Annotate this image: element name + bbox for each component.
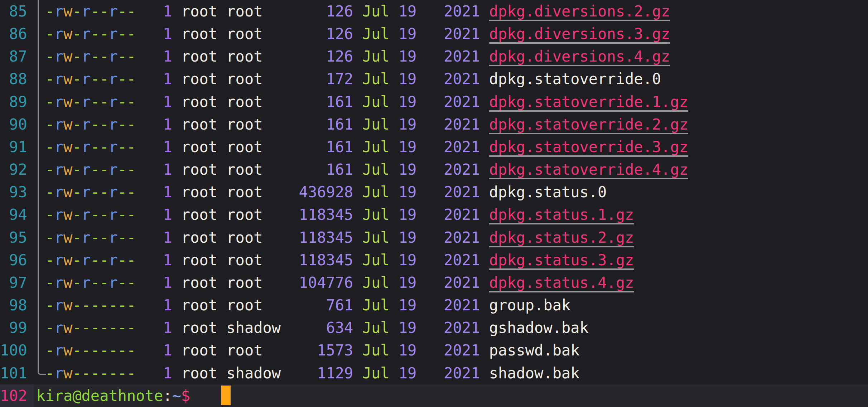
perm-char: r — [82, 25, 91, 43]
permissions: -rw-r--r-- — [45, 274, 136, 291]
link-count: 1 — [163, 341, 172, 359]
permissions: -rw-r--r-- — [45, 183, 136, 201]
perm-char: r — [109, 206, 118, 223]
date-year: 2021 — [444, 364, 480, 382]
filename-archive-link[interactable]: dpkg.status.4.gz — [489, 274, 634, 291]
perm-char: - — [45, 116, 54, 133]
group-name: root — [226, 251, 281, 269]
perm-char: - — [109, 364, 118, 382]
group-name: root — [226, 138, 281, 156]
perm-char: r — [82, 161, 91, 178]
perm-char: r — [54, 251, 63, 269]
date-year: 2021 — [444, 183, 480, 201]
date-month: Jul — [362, 116, 390, 133]
perm-char: - — [100, 251, 108, 269]
perm-char: - — [127, 93, 136, 111]
permissions: -rw------- — [45, 296, 136, 314]
perm-char: r — [109, 229, 118, 246]
perm-char: - — [91, 206, 100, 223]
filename-archive-link[interactable]: dpkg.status.3.gz — [489, 251, 634, 269]
perm-char: - — [82, 364, 91, 382]
group-name: root — [226, 93, 281, 111]
perm-char: - — [127, 48, 136, 65]
line-number: 101 — [0, 364, 27, 382]
link-count: 1 — [163, 206, 172, 223]
perm-char: - — [127, 161, 136, 178]
link-count: 1 — [163, 319, 172, 336]
perm-char: - — [100, 3, 108, 20]
date-month: Jul — [362, 251, 390, 269]
line-number: 97 — [0, 274, 27, 291]
filename: dpkg.status.0 — [489, 183, 607, 201]
owner-name: root — [181, 296, 217, 314]
perm-char: - — [72, 319, 81, 336]
perm-char: r — [109, 161, 118, 178]
perm-char: w — [63, 251, 72, 269]
perm-char: - — [118, 319, 127, 336]
filename-archive-link[interactable]: dpkg.statoverride.2.gz — [489, 116, 688, 133]
date-year: 2021 — [444, 93, 480, 111]
perm-char: - — [45, 229, 54, 246]
file-row: 96 -rw-r--r-- 1 root root 118345 Jul 19 … — [0, 249, 868, 271]
perm-char: - — [100, 206, 108, 223]
filename-archive-link[interactable]: dpkg.statoverride.3.gz — [489, 138, 688, 156]
perm-char: w — [63, 229, 72, 246]
filename-archive-link[interactable]: dpkg.diversions.4.gz — [489, 48, 670, 65]
group-name: root — [226, 274, 281, 291]
file-size: 118345 — [290, 251, 353, 269]
date-year: 2021 — [444, 161, 480, 178]
date-month: Jul — [362, 48, 390, 65]
perm-char: - — [127, 319, 136, 336]
perm-char: - — [91, 3, 100, 20]
perm-char: - — [91, 25, 100, 43]
filename-archive-link[interactable]: dpkg.statoverride.1.gz — [489, 93, 688, 111]
perm-char: - — [118, 341, 127, 359]
terminal-screen[interactable]: 85 -rw-r--r-- 1 root root 126 Jul 19 202… — [0, 0, 868, 407]
perm-char: w — [63, 341, 72, 359]
perm-char: - — [45, 274, 54, 291]
owner-name: root — [181, 70, 217, 88]
filename: passwd.bak — [489, 341, 580, 359]
filename-archive-link[interactable]: dpkg.diversions.3.gz — [489, 25, 670, 43]
owner-name: root — [181, 319, 217, 336]
perm-char: - — [100, 161, 108, 178]
perm-char: w — [63, 48, 72, 65]
perm-char: - — [45, 93, 54, 111]
perm-char: - — [118, 296, 127, 314]
perm-char: r — [54, 229, 63, 246]
filename-archive-link[interactable]: dpkg.status.1.gz — [489, 206, 634, 223]
filename-archive-link[interactable]: dpkg.diversions.2.gz — [489, 3, 670, 20]
perm-char: - — [91, 274, 100, 291]
filename-archive-link[interactable]: dpkg.status.2.gz — [489, 229, 634, 246]
date-year: 2021 — [444, 251, 480, 269]
file-row: 85 -rw-r--r-- 1 root root 126 Jul 19 202… — [0, 0, 868, 23]
perm-char: - — [45, 183, 54, 201]
permissions: -rw-r--r-- — [45, 206, 136, 223]
perm-char: - — [100, 93, 108, 111]
date-day: 19 — [399, 274, 417, 291]
perm-char: - — [118, 138, 127, 156]
group-name: root — [226, 48, 281, 65]
perm-char: w — [63, 319, 72, 336]
perm-char: - — [127, 229, 136, 246]
perm-char: r — [54, 341, 63, 359]
date-day: 19 — [399, 138, 417, 156]
perm-char: - — [91, 319, 100, 336]
perm-char: r — [82, 183, 91, 201]
perm-char: - — [100, 274, 108, 291]
perm-char: - — [91, 48, 100, 65]
date-day: 19 — [399, 229, 417, 246]
perm-char: - — [45, 25, 54, 43]
perm-char: r — [82, 206, 91, 223]
perm-char: - — [45, 319, 54, 336]
file-row: 100 -rw------- 1 root root 1573 Jul 19 2… — [0, 339, 868, 362]
date-year: 2021 — [444, 296, 480, 314]
perm-char: - — [127, 341, 136, 359]
file-size: 126 — [290, 48, 353, 65]
perm-char: - — [100, 183, 108, 201]
perm-char: - — [100, 364, 108, 382]
file-row: 99 -rw------- 1 root shadow 634 Jul 19 2… — [0, 316, 868, 339]
filename-archive-link[interactable]: dpkg.statoverride.4.gz — [489, 161, 688, 178]
prompt-line: 102 kira@deathnote:~$ — [0, 384, 868, 407]
owner-name: root — [181, 229, 217, 246]
